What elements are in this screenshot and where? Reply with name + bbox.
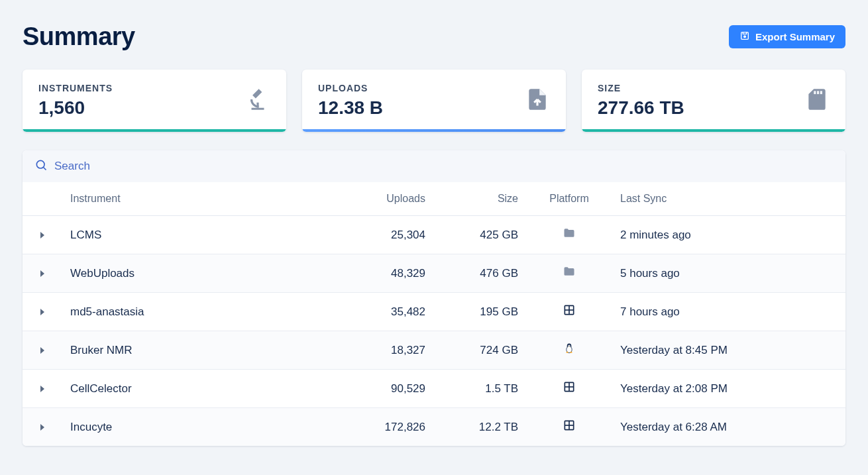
card-value: 277.66 TB (598, 97, 684, 119)
cell-uploads: 172,826 (341, 408, 433, 447)
svg-rect-3 (814, 91, 816, 94)
svg-point-1 (744, 36, 746, 38)
summary-card-uploads: UPLOADS12.38 B (302, 70, 566, 132)
search-row (23, 150, 845, 182)
cell-uploads: 48,329 (341, 254, 433, 293)
card-value: 1,560 (38, 97, 113, 119)
cell-instrument: Incucyte (62, 408, 341, 447)
cell-size: 12.2 TB (433, 408, 526, 447)
cell-instrument: md5-anastasia (62, 293, 341, 331)
cell-lastsync: 7 hours ago (612, 293, 845, 331)
card-label: INSTRUMENTS (38, 83, 113, 93)
table-header-row: Instrument Uploads Size Platform Last Sy… (23, 182, 845, 216)
export-summary-label: Export Summary (755, 31, 835, 42)
cell-instrument: WebUploads (62, 254, 341, 293)
cell-lastsync: Yesterday at 6:28 AM (612, 408, 845, 447)
windows-icon (563, 307, 576, 319)
cell-platform (526, 370, 612, 408)
cell-instrument: Bruker NMR (62, 331, 341, 370)
linux-icon (563, 345, 576, 358)
cell-size: 724 GB (433, 331, 526, 370)
expand-icon[interactable] (40, 424, 44, 431)
cell-lastsync: 5 hours ago (612, 254, 845, 293)
col-header-size[interactable]: Size (433, 182, 526, 216)
svg-rect-5 (820, 91, 822, 94)
cell-lastsync: Yesterday at 2:08 PM (612, 370, 845, 408)
summary-cards: INSTRUMENTS1,560UPLOADS12.38 BSIZE277.66… (23, 70, 845, 132)
cell-platform (526, 331, 612, 370)
cell-uploads: 35,482 (341, 293, 433, 331)
search-input[interactable] (54, 160, 834, 173)
folder-icon (563, 268, 576, 281)
file-upload-icon (525, 87, 550, 115)
col-header-uploads[interactable]: Uploads (341, 182, 433, 216)
card-label: SIZE (598, 83, 684, 93)
cell-instrument: LCMS (62, 216, 341, 254)
folder-icon (563, 230, 576, 242)
table-row[interactable]: LCMS25,304425 GB2 minutes ago (23, 216, 845, 254)
svg-point-6 (36, 160, 44, 168)
cell-platform (526, 293, 612, 331)
cell-size: 425 GB (433, 216, 526, 254)
table-row[interactable]: md5-anastasia35,482195 GB7 hours ago (23, 293, 845, 331)
cell-lastsync: 2 minutes ago (612, 216, 845, 254)
search-icon (34, 158, 48, 174)
table-row[interactable]: CellCelector90,5291.5 TBYesterday at 2:0… (23, 370, 845, 408)
expand-icon[interactable] (40, 347, 44, 354)
microscope-icon (245, 87, 270, 115)
cell-size: 1.5 TB (433, 370, 526, 408)
svg-point-17 (570, 352, 572, 353)
summary-card-instruments: INSTRUMENTS1,560 (23, 70, 286, 132)
cell-instrument: CellCelector (62, 370, 341, 408)
svg-point-14 (569, 346, 569, 346)
svg-line-7 (44, 168, 46, 170)
svg-point-15 (569, 346, 570, 346)
table-row[interactable]: Bruker NMR18,327724 GBYesterday at 8:45 … (23, 331, 845, 370)
page-title: Summary (23, 23, 135, 51)
table-row[interactable]: WebUploads48,329476 GB5 hours ago (23, 254, 845, 293)
cell-platform (526, 408, 612, 447)
card-value: 12.38 B (318, 97, 383, 119)
card-label: UPLOADS (318, 83, 383, 93)
cell-size: 195 GB (433, 293, 526, 331)
col-header-instrument[interactable]: Instrument (62, 182, 341, 216)
cell-lastsync: Yesterday at 8:45 PM (612, 331, 845, 370)
svg-rect-2 (256, 103, 258, 107)
cell-size: 476 GB (433, 254, 526, 293)
col-header-platform[interactable]: Platform (526, 182, 612, 216)
windows-icon (563, 384, 576, 396)
cell-platform (526, 216, 612, 254)
expand-icon[interactable] (40, 309, 44, 315)
summary-card-size: SIZE277.66 TB (582, 70, 845, 132)
table-row[interactable]: Incucyte172,82612.2 TBYesterday at 6:28 … (23, 408, 845, 447)
cell-platform (526, 254, 612, 293)
col-header-lastsync[interactable]: Last Sync (612, 182, 845, 216)
sd-card-icon (804, 87, 830, 115)
expand-icon[interactable] (40, 270, 44, 277)
cell-uploads: 25,304 (341, 216, 433, 254)
svg-point-16 (566, 352, 568, 353)
cell-uploads: 18,327 (341, 331, 433, 370)
svg-rect-4 (817, 91, 819, 94)
export-summary-button[interactable]: Export Summary (729, 25, 845, 48)
expand-icon[interactable] (40, 386, 44, 392)
cell-uploads: 90,529 (341, 370, 433, 408)
instrument-table-panel: Instrument Uploads Size Platform Last Sy… (23, 150, 845, 446)
windows-icon (563, 422, 576, 435)
save-icon (739, 30, 750, 43)
expand-icon[interactable] (40, 232, 44, 238)
